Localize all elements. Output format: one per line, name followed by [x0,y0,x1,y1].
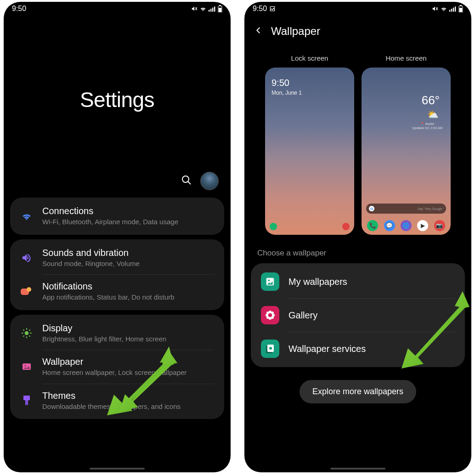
dock-app-1: 💬 [384,220,395,231]
lock-preview-col[interactable]: Lock screen 9:50 Mon, June 1 [265,54,354,235]
row-text: Connections Wi-Fi, Bluetooth, Airplane m… [42,206,214,227]
row-text: Wallpaper Home screen wallpaper, Lock sc… [42,357,214,377]
explore-button[interactable]: Explore more wallpapers [300,380,416,403]
svg-point-43 [271,312,274,314]
status-time: 9:50 [12,5,26,13]
row-sub: Sound mode, Ringtone, Volume [42,259,214,268]
svg-rect-29 [449,10,450,11]
svg-line-21 [23,335,24,336]
svg-rect-30 [451,9,452,11]
screenshot-icon [269,6,276,12]
search-icon[interactable] [181,175,192,187]
settings-item-themes[interactable]: Themes Downloadable themes, wallpapers, … [10,384,224,418]
signal-icon [449,6,457,12]
svg-point-42 [266,312,269,314]
avatar[interactable] [200,172,219,190]
notif-icon [20,287,33,296]
svg-rect-2 [209,10,209,11]
svg-point-45 [271,316,274,319]
wp-title: Wallpaper services [288,344,366,354]
themes-icon [20,395,33,407]
status-bar: 9:50 [244,2,471,14]
wifi-icon [20,210,33,222]
row-sub: Brightness, Blue light filter, Home scre… [42,334,214,344]
wp-title: My wallpapers [288,277,347,287]
row-text: Display Brightness, Blue light filter, H… [42,323,214,344]
page-title: Settings [4,87,231,112]
row-title: Wallpaper [42,357,214,367]
row-sub: Home screen wallpaper, Lock screen wallp… [42,368,214,377]
svg-line-20 [29,329,30,330]
svg-line-18 [23,329,24,330]
home-preview-label: Home screen [362,54,451,62]
home-dock: 📞💬🌐▶📷 [362,220,451,231]
home-temp: 66° [422,93,440,108]
camera-shortcut-icon [342,223,350,230]
home-preview[interactable]: 66° ⛅ 📍 Austin Updated 6/1 3:52 AM G Say… [362,68,451,235]
header: Wallpaper [244,14,471,42]
settings-item-notif[interactable]: Notifications App notifications, Status … [10,275,224,308]
wifi-icon [440,6,447,12]
weather-icon: ⛅ [427,109,439,120]
svg-rect-31 [453,8,454,12]
status-bar: 9:50 [4,2,231,14]
settings-item-sun[interactable]: Display Brightness, Blue light filter, H… [10,317,224,350]
settings-item-wifi[interactable]: Connections Wi-Fi, Bluetooth, Airplane m… [10,199,224,233]
svg-point-23 [25,365,26,367]
svg-rect-7 [219,5,221,6]
svg-point-12 [27,287,31,292]
dock-app-4: 📷 [434,220,445,231]
dock-app-3: ▶ [417,220,428,231]
row-text: Notifications App notifications, Status … [42,281,214,302]
wallpaper-icon [20,361,33,372]
lock-time: 9:50 [271,78,289,88]
lock-shortcuts [265,223,354,230]
svg-point-13 [25,331,29,335]
row-text: Sounds and vibration Sound mode, Rington… [42,248,214,268]
settings-item-wallpaper[interactable]: Wallpaper Home screen wallpaper, Lock sc… [10,350,224,384]
row-text: Themes Downloadable themes, wallpapers, … [42,391,214,411]
search-hint: Say "Hey Google" [418,207,443,210]
settings-item-sound[interactable]: Sounds and vibration Sound mode, Rington… [10,241,224,275]
row-sub: Wi-Fi, Bluetooth, Airplane mode, Data us… [42,217,214,227]
svg-point-44 [266,316,269,319]
phone-shortcut-icon [270,223,277,230]
row-title: Sounds and vibration [42,248,214,258]
wallpaper-source-image[interactable]: My wallpapers [251,265,465,298]
phone-settings: 9:50 Settings Connections Wi-Fi, Bluetoo… [4,2,231,472]
wallpaper-source-flower[interactable]: Gallery [251,299,465,332]
svg-rect-4 [212,8,213,12]
nav-handle [330,468,385,470]
svg-rect-34 [460,5,462,6]
status-icons [432,5,463,12]
svg-line-19 [29,335,30,336]
dock-app-2: 🌐 [401,220,412,231]
lock-date: Mon, June 1 [271,90,302,96]
wallpaper-source-services[interactable]: Wallpaper services [251,332,465,365]
google-icon: G [369,206,374,211]
status-time: 9:50 [253,5,276,13]
svg-rect-5 [214,6,215,11]
wallpaper-sources-card: My wallpapers Gallery Wallpaper services [251,263,465,367]
toolbar [4,172,231,190]
flower-icon [261,306,279,324]
home-preview-col[interactable]: Home screen 66° ⛅ 📍 Austin Updated 6/1 3… [362,54,451,235]
wp-title: Gallery [288,310,317,321]
settings-group: Connections Wi-Fi, Bluetooth, Airplane m… [10,198,224,235]
image-icon [261,272,279,291]
lock-preview-label: Lock screen [265,54,354,62]
back-icon[interactable] [254,26,263,36]
lock-preview[interactable]: 9:50 Mon, June 1 [265,68,354,235]
status-icons [191,5,222,12]
svg-rect-35 [459,8,462,12]
settings-group: Sounds and vibration Sound mode, Rington… [10,239,224,310]
mute-icon [191,6,198,12]
battery-icon [218,5,222,12]
settings-group: Display Brightness, Blue light filter, H… [10,315,224,419]
signal-icon [209,6,216,12]
sound-icon [20,252,33,263]
wallpaper-previews: Lock screen 9:50 Mon, June 1 Home screen… [244,54,471,235]
phone-wallpaper: 9:50 Wallpaper Lock screen 9:50 Mon, Jun… [244,2,471,472]
battery-icon [458,5,463,12]
svg-line-10 [188,181,191,184]
